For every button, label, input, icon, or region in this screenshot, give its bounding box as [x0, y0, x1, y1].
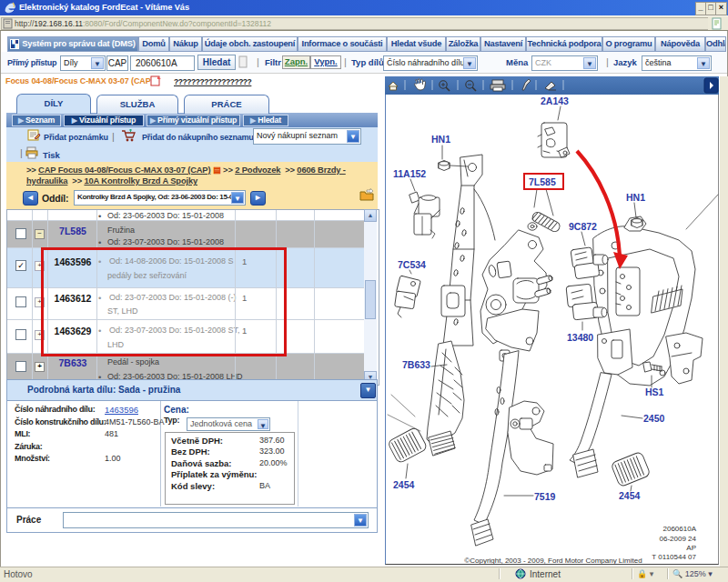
svg-text:2454: 2454 [619, 490, 641, 501]
svg-text:13480: 13480 [567, 332, 593, 343]
svg-text:2A143: 2A143 [541, 95, 569, 106]
svg-text:9C872: 9C872 [569, 221, 597, 232]
svg-text:7L585: 7L585 [529, 176, 556, 187]
svg-text:2450: 2450 [643, 413, 665, 424]
svg-text:7B633: 7B633 [402, 359, 430, 370]
svg-text:HN1: HN1 [431, 134, 450, 145]
svg-text:AP: AP [686, 544, 696, 552]
svg-text:2454: 2454 [393, 479, 415, 490]
svg-text:06-2009 24: 06-2009 24 [660, 535, 697, 543]
svg-text:T 0110544 07: T 0110544 07 [652, 553, 696, 561]
svg-text:7519: 7519 [534, 491, 556, 502]
svg-text:HS1: HS1 [645, 386, 664, 397]
svg-text:7C534: 7C534 [398, 259, 426, 270]
svg-text:©Copyright, 2003 - 2009, Ford: ©Copyright, 2003 - 2009, Ford Motor Comp… [464, 557, 642, 564]
svg-text:HN1: HN1 [626, 192, 645, 203]
svg-text:11A152: 11A152 [393, 168, 426, 179]
svg-text:2060610A: 2060610A [663, 525, 697, 533]
